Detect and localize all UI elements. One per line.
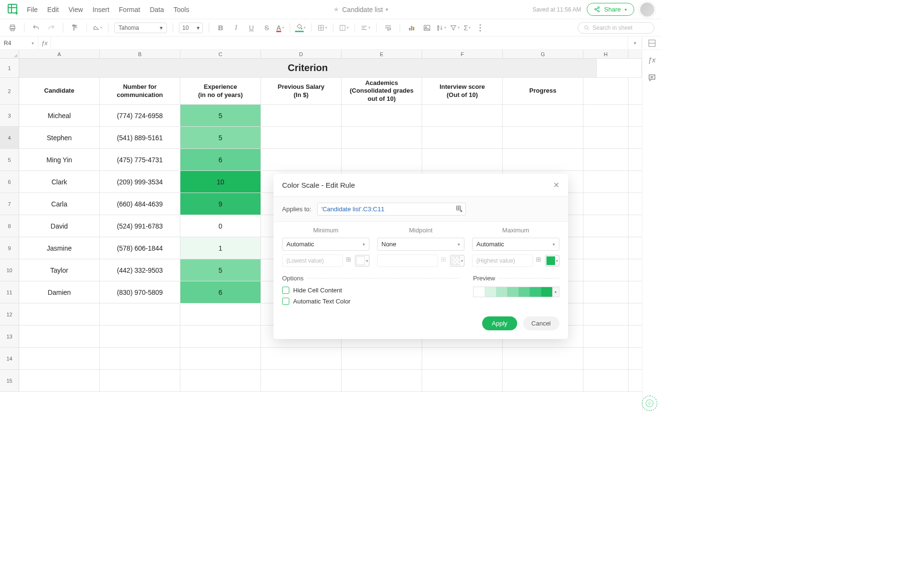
format-painter-icon[interactable] bbox=[69, 22, 81, 34]
cell[interactable] bbox=[583, 237, 628, 259]
cell[interactable]: (524) 991-6783 bbox=[100, 215, 180, 237]
clear-dropdown[interactable]: ▾ bbox=[93, 24, 102, 31]
cell[interactable] bbox=[342, 348, 422, 369]
cancel-button[interactable]: Cancel bbox=[523, 316, 559, 330]
cell[interactable]: Carla bbox=[19, 193, 100, 215]
undo-icon[interactable] bbox=[30, 22, 42, 34]
title-cell[interactable]: Criterion bbox=[19, 59, 597, 77]
cell[interactable] bbox=[422, 348, 503, 369]
cell[interactable] bbox=[19, 303, 100, 325]
cell[interactable] bbox=[597, 59, 642, 77]
help-fab[interactable] bbox=[642, 396, 657, 411]
cell[interactable]: (209) 999-3534 bbox=[100, 171, 180, 193]
hide-content-checkbox[interactable]: Hide Cell Content bbox=[282, 287, 459, 294]
apply-button[interactable]: Apply bbox=[482, 316, 517, 330]
menu-insert[interactable]: Insert bbox=[93, 6, 109, 13]
cell[interactable] bbox=[261, 149, 342, 170]
cell[interactable] bbox=[19, 326, 100, 347]
cell[interactable] bbox=[180, 348, 261, 369]
print-icon[interactable] bbox=[7, 22, 18, 34]
cell[interactable] bbox=[583, 259, 628, 281]
cell[interactable] bbox=[583, 171, 628, 193]
strikethrough-button[interactable]: S bbox=[261, 22, 272, 34]
cell[interactable] bbox=[342, 127, 422, 148]
cell[interactable]: Micheal bbox=[19, 105, 100, 126]
cell[interactable]: 5 bbox=[180, 259, 261, 281]
row-header[interactable]: 11 bbox=[0, 281, 19, 303]
cell[interactable] bbox=[583, 326, 628, 347]
mid-value-input[interactable]: . bbox=[377, 254, 438, 267]
font-select[interactable]: Tahoma▾ bbox=[114, 23, 167, 33]
row-header[interactable]: 9 bbox=[0, 237, 19, 259]
cell[interactable]: (442) 332-9503 bbox=[100, 259, 180, 281]
cell[interactable]: (541) 889-5161 bbox=[100, 127, 180, 148]
cell[interactable]: 6 bbox=[180, 281, 261, 303]
functions-dropdown[interactable]: Σ▾ bbox=[463, 24, 471, 32]
cell[interactable] bbox=[583, 127, 628, 148]
cell-style-icon[interactable] bbox=[642, 39, 661, 48]
col-header-a[interactable]: A bbox=[19, 50, 100, 58]
filter-dropdown[interactable]: ▾ bbox=[450, 24, 460, 31]
col-header-e[interactable]: E bbox=[342, 50, 422, 58]
cell[interactable]: 6 bbox=[180, 149, 261, 170]
cell[interactable] bbox=[342, 370, 422, 391]
cell[interactable]: (774) 724-6958 bbox=[100, 105, 180, 126]
share-button[interactable]: Share ▾ bbox=[587, 3, 634, 16]
cell[interactable] bbox=[342, 149, 422, 170]
chevron-down-icon[interactable]: ▾ bbox=[386, 7, 388, 12]
cell[interactable] bbox=[503, 105, 583, 126]
fx-panel-icon[interactable]: ƒx bbox=[646, 54, 658, 65]
chart-icon[interactable] bbox=[406, 22, 417, 34]
header-cell[interactable]: Previous Salary (In $) bbox=[261, 78, 342, 104]
cell[interactable] bbox=[422, 149, 503, 170]
menu-format[interactable]: Format bbox=[119, 6, 140, 13]
cell[interactable] bbox=[583, 370, 628, 391]
col-header-d[interactable]: D bbox=[261, 50, 342, 58]
min-value-input[interactable]: (Lowest value) bbox=[282, 254, 343, 267]
halign-dropdown[interactable]: ▾ bbox=[361, 24, 370, 31]
mid-type-dropdown[interactable]: None▾ bbox=[377, 238, 464, 251]
select-all-corner[interactable]: ◢ bbox=[0, 50, 19, 58]
header-cell[interactable]: Experience (in no of years) bbox=[180, 78, 261, 104]
cell[interactable]: Clark bbox=[19, 171, 100, 193]
italic-button[interactable]: I bbox=[230, 22, 242, 34]
cell[interactable] bbox=[503, 127, 583, 148]
cell[interactable] bbox=[100, 303, 180, 325]
doc-title[interactable]: Candidate list bbox=[342, 6, 383, 13]
cell[interactable] bbox=[261, 105, 342, 126]
cell[interactable] bbox=[180, 303, 261, 325]
header-cell[interactable]: Candidate bbox=[19, 78, 100, 104]
row-header[interactable]: 15 bbox=[0, 370, 19, 391]
cell[interactable] bbox=[503, 348, 583, 369]
row-header[interactable]: 3 bbox=[0, 105, 19, 126]
name-box[interactable]: R4▾ bbox=[0, 36, 38, 49]
cell[interactable]: Jasmine bbox=[19, 237, 100, 259]
cell[interactable]: Stephen bbox=[19, 127, 100, 148]
cell[interactable]: (660) 484-4639 bbox=[100, 193, 180, 215]
max-value-input[interactable]: (Highest value) bbox=[472, 254, 533, 267]
cell[interactable] bbox=[180, 326, 261, 347]
menu-tools[interactable]: Tools bbox=[174, 6, 190, 13]
sort-dropdown[interactable]: AZ▾ bbox=[437, 24, 446, 31]
col-header-b[interactable]: B bbox=[100, 50, 180, 58]
menu-file[interactable]: File bbox=[27, 6, 38, 13]
cell[interactable] bbox=[583, 348, 628, 369]
row-header[interactable]: 14 bbox=[0, 348, 19, 369]
preview-gradient[interactable]: ▾ bbox=[473, 287, 559, 297]
cell[interactable]: (475) 775-4731 bbox=[100, 149, 180, 170]
cell[interactable] bbox=[583, 193, 628, 215]
cell[interactable] bbox=[503, 149, 583, 170]
cell[interactable] bbox=[583, 303, 628, 325]
row-header[interactable]: 5 bbox=[0, 149, 19, 170]
cell[interactable] bbox=[583, 105, 628, 126]
redo-icon[interactable] bbox=[46, 22, 57, 34]
menu-data[interactable]: Data bbox=[150, 6, 164, 13]
image-icon[interactable] bbox=[421, 22, 433, 34]
cell[interactable] bbox=[422, 370, 503, 391]
comments-panel-icon[interactable] bbox=[646, 72, 658, 84]
cell[interactable]: 10 bbox=[180, 171, 261, 193]
cell[interactable] bbox=[422, 127, 503, 148]
cell[interactable] bbox=[261, 370, 342, 391]
text-color-dropdown[interactable]: A▾ bbox=[276, 24, 284, 32]
cell[interactable]: David bbox=[19, 215, 100, 237]
